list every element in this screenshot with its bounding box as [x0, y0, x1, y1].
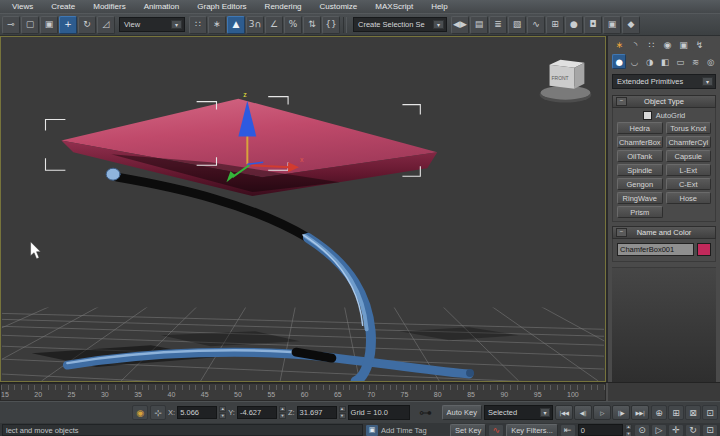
- tab-utilities[interactable]: ↯: [692, 38, 707, 51]
- time-configuration-icon[interactable]: ⊙: [634, 424, 650, 436]
- use-pivot-point-center-icon[interactable]: ∷: [189, 16, 207, 34]
- primitive-button[interactable]: Torus Knot: [666, 122, 712, 134]
- curve-editor-icon[interactable]: ∿: [527, 16, 545, 34]
- select-and-link-icon[interactable]: ⊸: [2, 16, 20, 34]
- snaps-toggle-icon[interactable]: 3∩: [246, 16, 264, 34]
- key-filters-button[interactable]: Key Filters...: [506, 424, 558, 436]
- time-slider-ruler[interactable]: 1520253035404550556065707580859095100: [0, 383, 606, 401]
- subcat-cameras[interactable]: ◧: [658, 54, 672, 69]
- absolute-offset-toggle-icon[interactable]: ⊹: [150, 405, 166, 420]
- primitive-button[interactable]: ChamferBox: [617, 136, 663, 148]
- tab-display[interactable]: ▣: [676, 38, 691, 51]
- mirror-icon[interactable]: ◀▶: [451, 16, 469, 34]
- time-tag-icon[interactable]: ▣: [365, 424, 379, 436]
- percent-snap-icon[interactable]: %: [284, 16, 302, 34]
- primitive-button[interactable]: ChamferCyl: [666, 136, 712, 148]
- z-coordinate-field[interactable]: 31.697: [297, 406, 337, 419]
- y-coordinate-field[interactable]: -4.627: [237, 406, 277, 419]
- menu-item[interactable]: Help: [423, 1, 455, 12]
- next-frame-button[interactable]: ||▶: [612, 405, 630, 420]
- primitive-button[interactable]: Hose: [666, 192, 712, 204]
- select-and-manipulate-icon[interactable]: ∗: [208, 16, 226, 34]
- perspective-viewport[interactable]: z x FRONT: [0, 36, 606, 382]
- x-coordinate-field[interactable]: 5.066: [177, 406, 217, 419]
- menu-item[interactable]: Customize: [312, 1, 366, 12]
- angle-snap-icon[interactable]: ∠: [265, 16, 283, 34]
- set-key-button[interactable]: Set Key: [450, 424, 486, 436]
- spinner-snap-icon[interactable]: ⇅: [303, 16, 321, 34]
- rectangular-selection-region-icon[interactable]: ▢: [21, 16, 39, 34]
- menu-item[interactable]: Animation: [136, 1, 188, 12]
- frame-spinner[interactable]: ▲▼: [625, 424, 632, 436]
- primitive-button[interactable]: Hedra: [617, 122, 663, 134]
- primitive-button[interactable]: Prism: [617, 206, 663, 218]
- menu-item[interactable]: Create: [43, 1, 83, 12]
- key-selection-dropdown[interactable]: Selected ▾: [484, 405, 553, 420]
- menu-item[interactable]: Rendering: [257, 1, 310, 12]
- named-selection-sets-icon[interactable]: {}: [322, 16, 340, 34]
- schematic-view-icon[interactable]: ⊞: [546, 16, 564, 34]
- current-frame-field[interactable]: 0: [578, 424, 623, 436]
- subcat-shapes[interactable]: ◡: [627, 54, 641, 69]
- scene-explorer-icon[interactable]: ≣: [489, 16, 507, 34]
- play-button[interactable]: ▷: [593, 405, 611, 420]
- primitive-category-dropdown[interactable]: Extended Primitives ▾: [612, 74, 716, 89]
- subcat-systems[interactable]: ◎: [704, 54, 718, 69]
- zoom-extents-icon[interactable]: ⊠: [685, 405, 701, 420]
- zoom-region-icon[interactable]: ⊡: [702, 405, 718, 420]
- maximize-viewport-icon[interactable]: ⊡: [702, 424, 718, 436]
- set-key-big-key-icon[interactable]: ⊶: [412, 405, 440, 420]
- z-spinner[interactable]: ▲▼: [339, 406, 346, 419]
- select-and-move-icon[interactable]: +: [59, 16, 77, 34]
- rendered-frame-window-icon[interactable]: ▣: [603, 16, 621, 34]
- primitive-button[interactable]: OilTank: [617, 150, 663, 162]
- x-spinner[interactable]: ▲▼: [219, 406, 226, 419]
- object-type-rollout-header[interactable]: − Object Type: [612, 95, 716, 108]
- layer-explorer-icon[interactable]: ▧: [508, 16, 526, 34]
- tab-modify[interactable]: ◝: [628, 38, 643, 51]
- subcat-geometry[interactable]: ●: [612, 54, 626, 69]
- zoom-icon[interactable]: ⊕: [651, 405, 667, 420]
- select-and-rotate-icon[interactable]: ↻: [78, 16, 96, 34]
- tab-motion[interactable]: ◉: [660, 38, 675, 51]
- reference-coordinate-dropdown[interactable]: View ▾: [119, 17, 185, 32]
- name-and-color-rollout-header[interactable]: − Name and Color: [612, 226, 716, 239]
- primitive-button[interactable]: L-Ext: [666, 164, 712, 176]
- menu-item[interactable]: Modifiers: [85, 1, 133, 12]
- zoom-all-icon[interactable]: ⊞: [668, 405, 684, 420]
- menu-item[interactable]: MAXScript: [367, 1, 421, 12]
- selection-lock-icon[interactable]: ◉: [132, 405, 148, 420]
- material-editor-icon[interactable]: ●: [565, 16, 583, 34]
- add-time-tag-label[interactable]: Add Time Tag: [381, 426, 446, 435]
- subcat-helpers[interactable]: ▭: [673, 54, 687, 69]
- set-key-curve-icon[interactable]: ∿: [488, 424, 504, 436]
- tab-hierarchy[interactable]: ∷: [644, 38, 659, 51]
- key-mode-toggle-icon[interactable]: ⇤: [560, 424, 576, 436]
- object-color-swatch[interactable]: [697, 243, 711, 256]
- primitive-button[interactable]: RingWave: [617, 192, 663, 204]
- window-crossing-icon[interactable]: ▣: [40, 16, 58, 34]
- subcat-space-warps[interactable]: ≋: [688, 54, 702, 69]
- primitive-button[interactable]: C-Ext: [666, 178, 712, 190]
- align-icon[interactable]: ▤: [470, 16, 488, 34]
- auto-key-button[interactable]: Auto Key: [442, 405, 482, 420]
- primitive-button[interactable]: Gengon: [617, 178, 663, 190]
- menu-item[interactable]: Graph Editors: [189, 1, 254, 12]
- menu-item[interactable]: Views: [4, 1, 41, 12]
- field-of-view-icon[interactable]: ▷: [651, 424, 667, 436]
- primitive-button[interactable]: Capsule: [666, 150, 712, 162]
- previous-frame-button[interactable]: ◀||: [574, 405, 592, 420]
- select-and-scale-icon[interactable]: ◿: [97, 16, 115, 34]
- orbit-icon[interactable]: ↻: [685, 424, 701, 436]
- named-selection-set-dropdown[interactable]: Create Selection Se ▾: [353, 17, 447, 32]
- render-production-icon[interactable]: ◆: [622, 16, 640, 34]
- view-cube[interactable]: FRONT: [540, 60, 592, 103]
- keyboard-shortcut-override-icon[interactable]: ▲: [227, 16, 245, 34]
- render-setup-icon[interactable]: ◘: [584, 16, 602, 34]
- autogrid-checkbox[interactable]: [643, 111, 652, 120]
- go-to-end-button[interactable]: ▶▶|: [631, 405, 649, 420]
- primitive-button[interactable]: Spindle: [617, 164, 663, 176]
- pan-icon[interactable]: ✛: [668, 424, 684, 436]
- object-name-field[interactable]: ChamferBox001: [617, 243, 694, 256]
- y-spinner[interactable]: ▲▼: [279, 406, 286, 419]
